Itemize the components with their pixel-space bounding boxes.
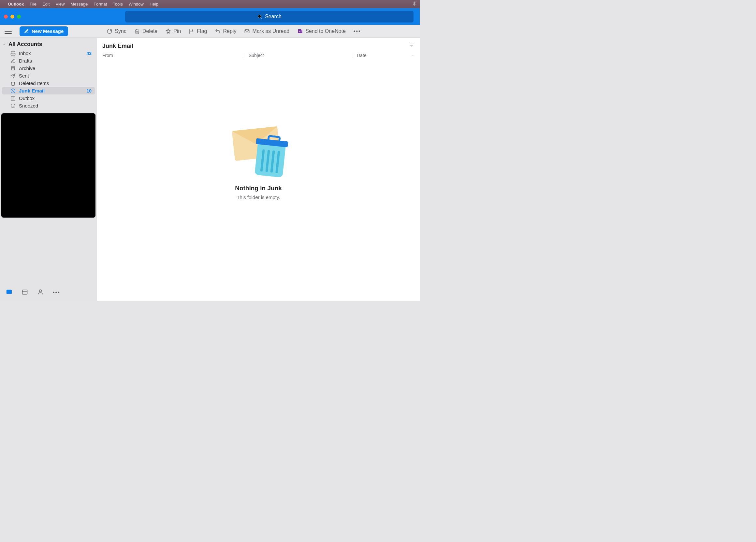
outbox-icon [10,96,16,101]
flag-icon [189,28,195,34]
folder-deleted[interactable]: Deleted Items [2,80,95,87]
mail-unread-icon [244,28,250,34]
delete-button[interactable]: Delete [134,28,157,34]
sent-icon [10,73,16,79]
window-close-button[interactable] [4,15,8,19]
macos-menubar: Outlook File Edit View Message Format To… [0,0,420,8]
search-placeholder: Search [265,14,282,20]
clock-icon [10,103,16,109]
window-minimize-button[interactable] [10,15,14,19]
search-input[interactable]: Search [125,11,414,22]
folder-sent[interactable]: Sent [2,72,95,80]
toolbar-overflow-button[interactable]: ••• [354,28,361,34]
flag-label: Flag [197,28,207,34]
folder-outbox[interactable]: Outbox [2,95,95,102]
content-pane: Junk Email From Subject Date [97,38,420,301]
reply-button[interactable]: Reply [215,28,236,34]
window-controls [4,15,21,19]
svg-point-0 [258,15,261,18]
junk-icon [10,88,16,94]
send-to-onenote-label: Send to OneNote [305,28,346,34]
folder-count: 43 [86,51,92,56]
nav-people-button[interactable] [37,288,44,296]
sidebar: All Accounts Inbox 43 Drafts Archive [0,38,97,301]
pin-icon [165,28,171,34]
folder-drafts[interactable]: Drafts [2,57,95,65]
folder-label: Deleted Items [19,81,49,86]
pin-label: Pin [173,28,181,34]
nav-more-button[interactable]: ••• [53,289,60,295]
bluetooth-icon[interactable] [412,1,416,7]
trash-icon [134,28,140,34]
toggle-sidebar-button[interactable] [5,29,12,34]
folder-label: Inbox [19,51,31,56]
sidebar-preview-panel [1,113,95,218]
delete-label: Delete [142,28,157,34]
mark-unread-label: Mark as Unread [252,28,289,34]
folder-inbox[interactable]: Inbox 43 [2,50,95,57]
drafts-icon [10,58,16,64]
svg-text:N: N [299,30,300,33]
svg-rect-17 [22,290,27,294]
window-titlebar: Search [0,8,420,25]
svg-rect-6 [301,32,302,33]
new-message-label: New Message [32,28,64,34]
folder-list: Inbox 43 Drafts Archive Sent [0,50,97,110]
svg-line-1 [261,18,262,19]
menu-tools[interactable]: Tools [113,2,123,7]
send-to-onenote-button[interactable]: N Send to OneNote [297,28,346,34]
new-message-button[interactable]: New Message [20,26,68,36]
svg-rect-5 [301,31,302,32]
folder-label: Snoozed [19,103,38,109]
search-icon [257,14,262,19]
menu-message[interactable]: Message [70,2,88,7]
mark-unread-button[interactable]: Mark as Unread [244,28,289,34]
pin-button[interactable]: Pin [165,28,181,34]
window-zoom-button[interactable] [17,15,21,19]
archive-icon [10,66,16,71]
all-accounts-header[interactable]: All Accounts [0,38,97,50]
folder-label: Sent [19,73,29,79]
folder-count: 10 [86,88,92,94]
menu-help[interactable]: Help [150,2,158,7]
onenote-icon: N [297,28,303,34]
folder-archive[interactable]: Archive [2,65,95,72]
sync-label: Sync [115,28,126,34]
svg-point-19 [39,289,42,292]
empty-title: Nothing in Junk [235,185,282,192]
empty-body: This folder is empty. [237,195,280,200]
menu-window[interactable]: Window [129,2,144,7]
empty-state: Nothing in Junk This folder is empty. [97,41,420,281]
sidebar-nav-switcher: ••• [0,284,97,301]
flag-button[interactable]: Flag [189,28,207,34]
menu-app[interactable]: Outlook [8,2,24,7]
toolbar: New Message Sync Delete Pin Flag Reply M… [0,25,420,38]
reply-icon [215,28,221,34]
svg-rect-8 [11,66,15,67]
all-accounts-label: All Accounts [8,41,42,48]
folder-label: Junk Email [19,88,45,94]
folder-label: Outbox [19,95,35,101]
trash-icon [10,81,16,86]
svg-rect-2 [245,29,250,33]
compose-icon [24,29,29,34]
menu-file[interactable]: File [30,2,36,7]
folder-label: Drafts [19,58,32,64]
sync-button[interactable]: Sync [107,28,126,34]
menu-format[interactable]: Format [94,2,107,7]
menu-view[interactable]: View [55,2,65,7]
empty-junk-illustration [231,123,286,178]
folder-snoozed[interactable]: Snoozed [2,102,95,110]
svg-line-13 [11,89,14,92]
chevron-down-icon [2,42,7,47]
menu-edit[interactable]: Edit [42,2,50,7]
folder-label: Archive [19,66,35,71]
svg-rect-4 [301,30,302,31]
nav-calendar-button[interactable] [22,288,28,296]
folder-junk[interactable]: Junk Email 10 [2,87,95,95]
nav-mail-button[interactable] [6,288,12,296]
reply-label: Reply [223,28,236,34]
inbox-icon [10,51,16,56]
sync-icon [107,28,112,34]
